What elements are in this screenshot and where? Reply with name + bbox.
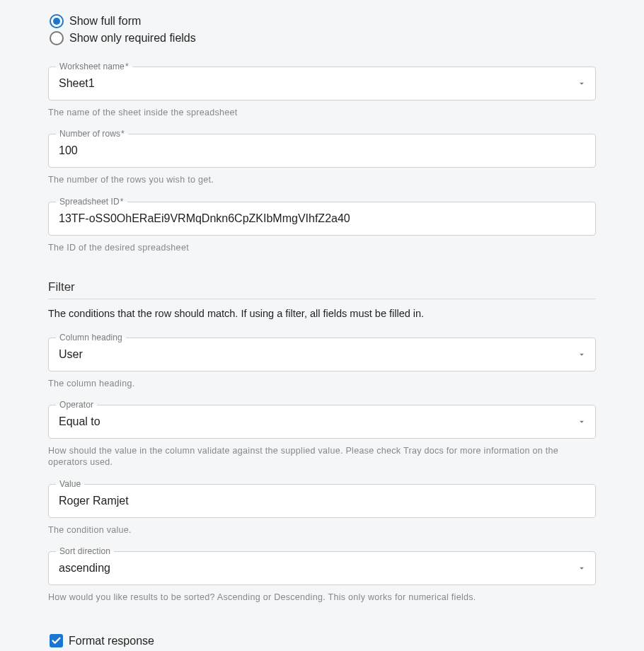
helper-text: The ID of the desired spreadsheet	[48, 242, 596, 253]
sort-direction-group: Sort direction How would you like result…	[48, 551, 596, 603]
radio-icon	[50, 31, 64, 45]
operator-group: Operator How should the value in the col…	[48, 405, 596, 468]
field-label: Spreadsheet ID*	[56, 197, 127, 207]
value-input[interactable]	[49, 485, 595, 517]
form-view-radio-group: Show full form Show only required fields	[48, 14, 596, 45]
label-text: Spreadsheet ID	[59, 197, 120, 207]
field-label: Value	[56, 479, 84, 489]
radio-label: Show only required fields	[69, 32, 196, 45]
filter-section-title: Filter	[48, 280, 596, 299]
operator-field: Operator	[48, 405, 596, 439]
field-label: Operator	[56, 400, 97, 410]
format-response-checkbox[interactable]: Format response	[48, 634, 596, 647]
number-of-rows-input[interactable]	[49, 134, 595, 167]
helper-text: How would you like results to be sorted?…	[48, 592, 596, 603]
number-of-rows-group: Number of rows* The number of the rows y…	[48, 134, 596, 185]
worksheet-name-field: Worksheet name*	[48, 67, 596, 100]
required-marker: *	[120, 197, 124, 207]
helper-text: The number of the rows you wish to get.	[48, 174, 596, 185]
radio-label: Show full form	[69, 15, 141, 28]
label-text: Number of rows	[59, 129, 120, 139]
sort-direction-select[interactable]	[49, 552, 595, 584]
checkbox-icon	[50, 634, 63, 647]
field-label: Column heading	[56, 333, 126, 342]
value-group: Value The condition value.	[48, 484, 596, 536]
helper-text: How should the value in the column valid…	[48, 445, 596, 468]
spreadsheet-id-group: Spreadsheet ID* The ID of the desired sp…	[48, 202, 596, 253]
required-marker: *	[125, 62, 129, 71]
radio-show-full-form[interactable]: Show full form	[50, 14, 596, 28]
field-label: Worksheet name*	[56, 62, 132, 71]
checkbox-label: Format response	[69, 635, 154, 647]
helper-text: The condition value.	[48, 524, 596, 536]
worksheet-name-group: Worksheet name* The name of the sheet in…	[48, 67, 596, 118]
required-marker: *	[121, 129, 125, 139]
column-heading-group: Column heading The column heading.	[48, 338, 596, 389]
helper-text: The column heading.	[48, 378, 596, 389]
sort-direction-field: Sort direction	[48, 551, 596, 585]
filter-section-desc: The conditions that the row should match…	[48, 308, 596, 319]
field-label: Number of rows*	[56, 129, 128, 139]
operator-select[interactable]	[49, 405, 595, 438]
label-text: Worksheet name	[59, 62, 125, 71]
radio-show-required-only[interactable]: Show only required fields	[50, 31, 596, 45]
radio-icon	[50, 14, 64, 28]
number-of-rows-field: Number of rows*	[48, 134, 596, 168]
helper-text: The name of the sheet inside the spreads…	[48, 107, 596, 118]
value-field: Value	[48, 484, 596, 518]
column-heading-field: Column heading	[48, 338, 596, 371]
column-heading-select[interactable]	[49, 338, 595, 371]
worksheet-name-select[interactable]	[49, 67, 595, 100]
spreadsheet-id-input[interactable]	[49, 202, 595, 235]
spreadsheet-id-field: Spreadsheet ID*	[48, 202, 596, 236]
field-label: Sort direction	[56, 546, 114, 556]
